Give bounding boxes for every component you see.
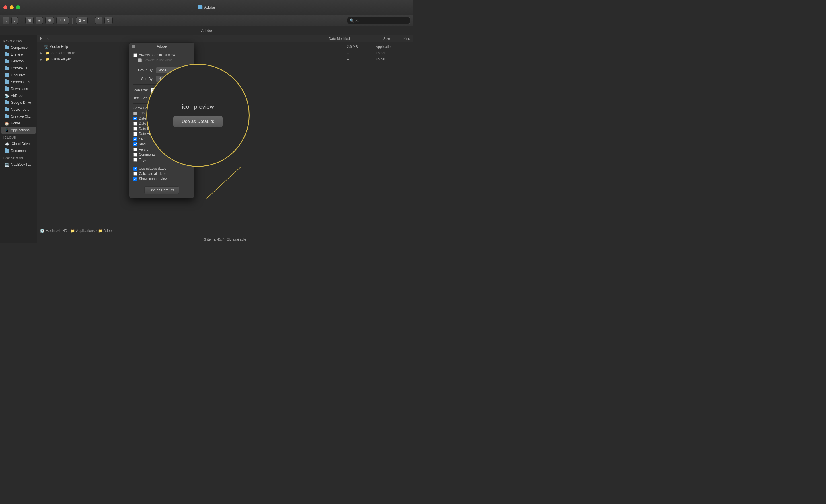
panel-title-bar: Adobe [129,43,194,50]
show-icon-preview-checkbox[interactable] [133,177,137,181]
date-last-opened-checkbox[interactable] [133,127,137,131]
sort-by-label: Sort By: [133,77,154,81]
sidebar-item-label: Lifewire DB [11,66,28,70]
sidebar-item-creative-cl[interactable]: Creative Cl... [1,113,36,120]
sidebar-item-home[interactable]: 🏠 Home [1,120,36,127]
tags-row: Tags [133,158,190,162]
breadcrumb-applications[interactable]: Applications [76,229,95,233]
file-list: 1 🖥️ Adobe Help Nov 20, 2012 at 9:57 PM … [37,43,413,64]
table-row[interactable]: ▶ 📁 Flash Player May 30, 2012 at 6:12 PM… [37,56,413,63]
icloud-status-checkbox[interactable] [133,112,137,115]
action-button[interactable]: ⚙ ▾ [76,17,88,24]
sidebar-item-movie-tools[interactable]: Movie Tools [1,106,36,113]
sidebar-item-screenshots[interactable]: Screenshots [1,78,36,85]
text-size-select[interactable]: 12 [156,95,172,101]
sidebar-item-documents[interactable]: Documents [1,147,36,154]
tags-label: Tags [139,158,146,162]
breadcrumb-adobe[interactable]: Adobe [104,229,114,233]
sidebar-item-airdrop[interactable]: 📡 AirDrop [1,92,36,99]
calculate-all-sizes-checkbox[interactable] [133,172,137,176]
column-headers: Name Date Modified Size Kind [37,35,413,43]
group-by-select[interactable]: None [156,67,187,73]
sidebar-item-label: Documents [11,149,28,153]
date-modified-checkbox[interactable] [133,117,137,120]
date-added-label: Date Added [139,132,157,136]
sort-by-select[interactable]: Name [156,76,187,82]
sidebar-item-desktop[interactable]: Desktop [1,58,36,65]
use-as-defaults-button[interactable]: Use as Defaults [144,186,180,194]
sidebar-item-onedrive[interactable]: OneDrive [1,72,36,78]
kind-col-header[interactable]: Kind [403,37,410,41]
breadcrumb-sep-2: › [96,229,97,233]
sidebar-item-label: Desktop [11,59,23,63]
panel-divider-3 [133,104,190,104]
breadcrumb-sep: › [68,229,69,233]
date-modified-col-header[interactable]: Date Modified [329,37,350,41]
minimize-button[interactable] [10,5,14,9]
forward-button[interactable]: › [11,17,18,24]
gallery-view-button[interactable]: ⋮⋮ [56,17,69,24]
use-relative-dates-checkbox[interactable] [133,167,137,171]
locations-header: Locations [0,154,37,161]
browse-list-view-checkbox[interactable] [138,59,142,62]
icon-size-slider[interactable] [158,88,181,92]
kind-row: Kind [133,142,190,146]
comments-checkbox[interactable] [133,153,137,156]
panel-close-button[interactable] [132,45,135,48]
home-icon: 🏠 [5,121,9,126]
folder-icon [5,73,9,77]
arrange-button[interactable]: ⇅ [104,17,113,24]
sidebar-item-lifewire[interactable]: Lifewire [1,51,36,58]
expand-arrow-icon[interactable]: ▶ [40,52,43,55]
column-view-button[interactable]: ▦ [45,17,54,24]
traffic-lights [3,5,20,9]
text-size-row: Text size: 12 [133,95,190,101]
window-header: Adobe [0,26,413,35]
panel-title: Adobe [157,45,167,49]
folder-icon [5,80,9,84]
table-row[interactable]: ▶ 📁 AdobePatchFiles Jul 3, 2015 at 11:44… [37,50,413,56]
close-button[interactable] [3,5,7,9]
tags-checkbox[interactable] [133,158,137,162]
kind-checkbox[interactable] [133,142,137,146]
comments-row: Comments [133,152,190,156]
icon-view-button[interactable]: ⊞ [25,17,34,24]
sidebar-item-google-drive[interactable]: Google Drive [1,99,36,106]
airdrop-icon: 📡 [5,93,9,98]
sidebar-item-compariso[interactable]: Compariso... [1,44,36,51]
sidebar-item-downloads[interactable]: Downloads [1,85,36,92]
sidebar-item-lifewire-db[interactable]: Lifewire DB [1,65,36,72]
folder-icon [5,107,9,112]
sidebar-item-label: Downloads [11,87,28,91]
date-last-opened-label: Date Last Opened [139,127,167,131]
sidebar-item-applications[interactable]: 📱 Applications [1,127,36,134]
always-open-list-view-checkbox[interactable] [133,53,137,57]
breadcrumb-bar: 💽 Macintosh HD › 📁 Applications › 📁 Adob… [37,226,413,235]
expand-arrow-icon[interactable]: ▶ [40,58,43,61]
sidebar-item-icloud-drive[interactable]: ☁️ iCloud Drive [1,140,36,147]
breadcrumb-hd[interactable]: Macintosh HD [46,229,67,233]
group-by-label: Group By: [133,68,154,72]
search-input[interactable] [355,19,407,23]
window-title: Adobe [198,5,215,9]
text-size-label: Text size: [133,96,154,100]
sidebar-item-macbook[interactable]: 💻 MacBook P... [1,161,36,168]
toolbar-separator [21,18,22,23]
search-bar[interactable]: 🔍 [347,17,410,24]
size-checkbox[interactable] [133,137,137,141]
size-col-header[interactable]: Size [384,37,390,41]
back-button[interactable]: ‹ [3,17,9,24]
apps-icon: 📱 [5,128,9,132]
name-col-header[interactable]: Name [40,37,140,41]
icon-size-label: Icon size: [133,88,148,92]
date-created-checkbox[interactable] [133,122,137,126]
table-row[interactable]: 1 🖥️ Adobe Help Nov 20, 2012 at 9:57 PM … [37,44,413,50]
list-view-button[interactable]: ≡ [36,17,43,24]
search-icon: 🔍 [350,18,354,23]
version-checkbox[interactable] [133,148,137,151]
sidebar-item-label: AirDrop [11,94,23,98]
share-button[interactable]: ⎤ [95,17,102,24]
maximize-button[interactable] [16,5,20,9]
sidebar-item-label: OneDrive [11,73,25,77]
date-added-checkbox[interactable] [133,132,137,136]
